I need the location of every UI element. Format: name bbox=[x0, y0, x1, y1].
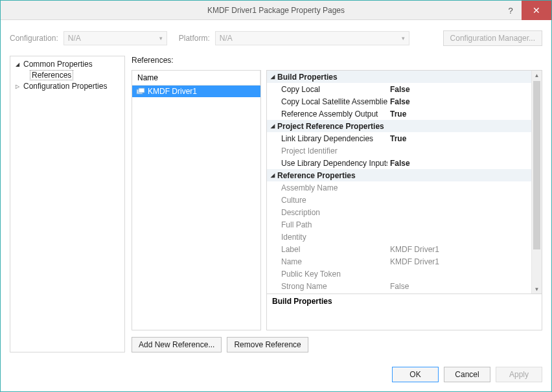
reference-item[interactable]: KMDF Driver1 bbox=[132, 86, 260, 97]
property-value[interactable]: False bbox=[387, 159, 531, 168]
property-name: Name bbox=[267, 257, 387, 266]
help-button[interactable]: ? bbox=[500, 1, 522, 20]
property-name: Assembly Name bbox=[267, 183, 387, 192]
property-row[interactable]: Project Identifier bbox=[267, 144, 531, 157]
property-row[interactable]: Copy Local Satellite AssembliesFalse bbox=[267, 95, 531, 108]
configuration-label: Configuration: bbox=[10, 34, 58, 43]
property-category[interactable]: ◢Reference Properties bbox=[267, 169, 531, 181]
references-label: References: bbox=[132, 56, 542, 66]
window-title: KMDF Driver1 Package Property Pages bbox=[1, 6, 551, 15]
reference-icon bbox=[136, 87, 145, 95]
chevron-down-icon: ▾ bbox=[159, 35, 163, 41]
property-value[interactable]: False bbox=[387, 97, 531, 106]
property-name: Copy Local Satellite Assemblies bbox=[267, 97, 387, 106]
property-name: Identity bbox=[267, 233, 387, 242]
ok-button[interactable]: OK bbox=[392, 367, 439, 382]
apply-button: Apply bbox=[496, 367, 542, 382]
property-name: Description bbox=[267, 208, 387, 217]
property-row[interactable]: Use Library Dependency InputsFalse bbox=[267, 157, 531, 169]
expander-icon[interactable]: ▷ bbox=[14, 84, 21, 89]
nav-tree[interactable]: ◢ Common Properties References ▷ Configu… bbox=[10, 56, 125, 352]
scrollbar[interactable]: ▲ ▼ bbox=[531, 71, 542, 294]
references-list-body: KMDF Driver1 bbox=[132, 86, 260, 330]
titlebar: KMDF Driver1 Package Property Pages ? ✕ bbox=[1, 1, 551, 20]
property-name: Label bbox=[267, 245, 387, 254]
platform-dropdown: N/A ▾ bbox=[215, 31, 409, 45]
right-pane: References: Name KMDF Driver1 bbox=[132, 56, 542, 352]
property-row[interactable]: Culture bbox=[267, 194, 531, 206]
property-name: Strong Name bbox=[267, 282, 387, 291]
property-value[interactable]: KMDF Driver1 bbox=[387, 257, 531, 266]
property-grid-rows: ◢Build PropertiesCopy LocalFalseCopy Loc… bbox=[267, 71, 531, 294]
property-row[interactable]: LabelKMDF Driver1 bbox=[267, 243, 531, 255]
column-header-name[interactable]: Name bbox=[132, 71, 260, 86]
config-toolbar: Configuration: N/A ▾ Platform: N/A ▾ Con… bbox=[1, 20, 551, 56]
tree-item-configuration-properties[interactable]: ▷ Configuration Properties bbox=[12, 81, 123, 91]
chevron-down-icon: ▾ bbox=[402, 35, 405, 41]
property-category[interactable]: ◢Build Properties bbox=[267, 71, 531, 83]
property-name: Full Path bbox=[267, 220, 387, 229]
body: ◢ Common Properties References ▷ Configu… bbox=[1, 56, 551, 362]
expander-icon[interactable]: ◢ bbox=[268, 74, 277, 80]
property-name: Reference Assembly Output bbox=[267, 110, 387, 119]
close-button[interactable]: ✕ bbox=[522, 1, 551, 20]
panes: Name KMDF Driver1 bbox=[132, 70, 542, 330]
category-label: Project Reference Properties bbox=[277, 122, 384, 131]
property-row[interactable]: Description bbox=[267, 206, 531, 218]
property-category[interactable]: ◢Project Reference Properties bbox=[267, 120, 531, 132]
configuration-manager-button: Configuration Manager... bbox=[443, 30, 542, 46]
add-reference-button[interactable]: Add New Reference... bbox=[132, 337, 222, 352]
scroll-up-icon[interactable]: ▲ bbox=[532, 71, 542, 80]
scroll-down-icon[interactable]: ▼ bbox=[532, 284, 542, 294]
property-name: Copy Local bbox=[267, 85, 387, 94]
platform-label: Platform: bbox=[179, 34, 210, 43]
tree-item-references[interactable]: References bbox=[12, 69, 123, 81]
property-row[interactable]: Copy LocalFalse bbox=[267, 83, 531, 95]
property-value[interactable]: False bbox=[387, 85, 531, 94]
window-controls: ? ✕ bbox=[500, 1, 551, 19]
property-description-title: Build Properties bbox=[272, 297, 536, 306]
property-row[interactable]: Assembly Name bbox=[267, 181, 531, 194]
svg-rect-1 bbox=[139, 88, 144, 93]
property-value[interactable]: True bbox=[387, 110, 531, 119]
reference-item-label: KMDF Driver1 bbox=[148, 87, 197, 96]
property-name: Public Key Token bbox=[267, 270, 387, 279]
property-name: Use Library Dependency Inputs bbox=[267, 159, 387, 168]
dialog-footer: OK Cancel Apply bbox=[1, 362, 551, 391]
configuration-value: N/A bbox=[68, 34, 81, 43]
references-list[interactable]: Name KMDF Driver1 bbox=[132, 70, 261, 330]
property-row[interactable]: Public Key Token bbox=[267, 268, 531, 280]
property-pages-window: KMDF Driver1 Package Property Pages ? ✕ … bbox=[0, 0, 552, 392]
property-row[interactable]: Link Library DependenciesTrue bbox=[267, 132, 531, 144]
property-row[interactable]: NameKMDF Driver1 bbox=[267, 255, 531, 268]
property-grid[interactable]: ◢Build PropertiesCopy LocalFalseCopy Loc… bbox=[266, 70, 542, 294]
property-description: Build Properties bbox=[266, 294, 542, 330]
scroll-thumb[interactable] bbox=[533, 81, 540, 249]
property-name: Project Identifier bbox=[267, 146, 387, 156]
property-value[interactable]: False bbox=[387, 282, 531, 291]
category-label: Reference Properties bbox=[277, 171, 356, 180]
category-label: Build Properties bbox=[277, 73, 338, 82]
property-name: Link Library Dependencies bbox=[267, 134, 387, 143]
cancel-button[interactable]: Cancel bbox=[444, 367, 490, 382]
property-row[interactable]: Reference Assembly OutputTrue bbox=[267, 108, 531, 120]
property-value[interactable]: True bbox=[387, 134, 531, 143]
reference-buttons: Add New Reference... Remove Reference bbox=[132, 334, 542, 352]
remove-reference-button[interactable]: Remove Reference bbox=[227, 337, 308, 352]
property-name: Culture bbox=[267, 196, 387, 205]
property-grid-wrap: ◢Build PropertiesCopy LocalFalseCopy Loc… bbox=[266, 70, 542, 330]
property-row[interactable]: Full Path bbox=[267, 218, 531, 231]
property-row[interactable]: Identity bbox=[267, 231, 531, 243]
platform-value: N/A bbox=[220, 34, 233, 43]
property-value[interactable]: KMDF Driver1 bbox=[387, 245, 531, 254]
property-row[interactable]: Version0.0.0.0 bbox=[267, 292, 531, 294]
expander-icon[interactable]: ◢ bbox=[14, 62, 21, 67]
expander-icon[interactable]: ◢ bbox=[268, 123, 277, 129]
tree-item-common-properties[interactable]: ◢ Common Properties bbox=[12, 59, 123, 69]
property-row[interactable]: Strong NameFalse bbox=[267, 280, 531, 292]
expander-icon[interactable]: ◢ bbox=[268, 172, 277, 178]
configuration-dropdown: N/A ▾ bbox=[63, 31, 167, 45]
